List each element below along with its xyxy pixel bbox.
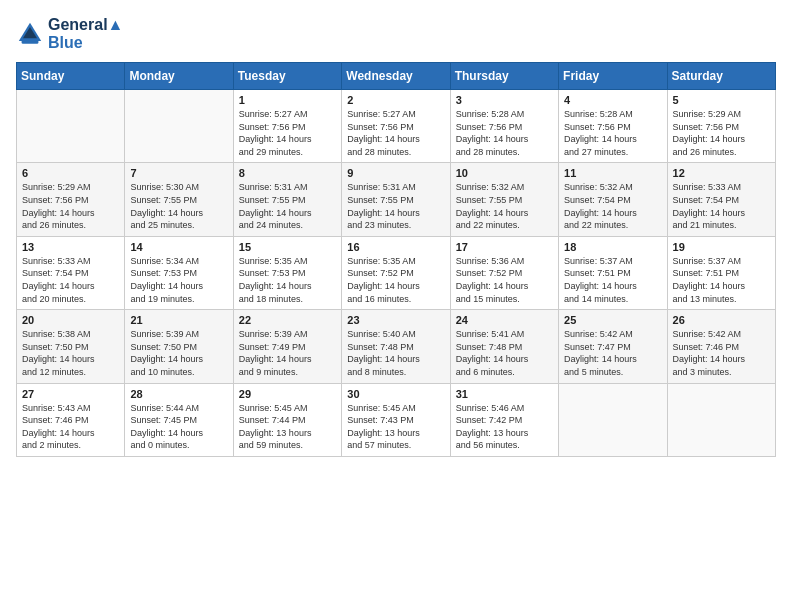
- calendar-cell: 11Sunrise: 5:32 AM Sunset: 7:54 PM Dayli…: [559, 163, 667, 236]
- svg-rect-2: [22, 40, 39, 44]
- day-info: Sunrise: 5:40 AM Sunset: 7:48 PM Dayligh…: [347, 328, 444, 378]
- day-number: 16: [347, 241, 444, 253]
- calendar-cell: 25Sunrise: 5:42 AM Sunset: 7:47 PM Dayli…: [559, 310, 667, 383]
- day-number: 12: [673, 167, 770, 179]
- calendar-week-5: 27Sunrise: 5:43 AM Sunset: 7:46 PM Dayli…: [17, 383, 776, 456]
- day-info: Sunrise: 5:33 AM Sunset: 7:54 PM Dayligh…: [673, 181, 770, 231]
- day-number: 26: [673, 314, 770, 326]
- calendar-cell: 16Sunrise: 5:35 AM Sunset: 7:52 PM Dayli…: [342, 236, 450, 309]
- calendar-cell: 30Sunrise: 5:45 AM Sunset: 7:43 PM Dayli…: [342, 383, 450, 456]
- day-number: 10: [456, 167, 553, 179]
- calendar-cell: 6Sunrise: 5:29 AM Sunset: 7:56 PM Daylig…: [17, 163, 125, 236]
- day-number: 17: [456, 241, 553, 253]
- day-info: Sunrise: 5:46 AM Sunset: 7:42 PM Dayligh…: [456, 402, 553, 452]
- day-info: Sunrise: 5:27 AM Sunset: 7:56 PM Dayligh…: [347, 108, 444, 158]
- day-info: Sunrise: 5:42 AM Sunset: 7:46 PM Dayligh…: [673, 328, 770, 378]
- calendar-cell: [667, 383, 775, 456]
- day-number: 3: [456, 94, 553, 106]
- calendar-cell: 22Sunrise: 5:39 AM Sunset: 7:49 PM Dayli…: [233, 310, 341, 383]
- day-info: Sunrise: 5:29 AM Sunset: 7:56 PM Dayligh…: [673, 108, 770, 158]
- calendar-cell: 14Sunrise: 5:34 AM Sunset: 7:53 PM Dayli…: [125, 236, 233, 309]
- day-number: 5: [673, 94, 770, 106]
- calendar-table: SundayMondayTuesdayWednesdayThursdayFrid…: [16, 62, 776, 457]
- day-number: 1: [239, 94, 336, 106]
- day-info: Sunrise: 5:36 AM Sunset: 7:52 PM Dayligh…: [456, 255, 553, 305]
- day-info: Sunrise: 5:38 AM Sunset: 7:50 PM Dayligh…: [22, 328, 119, 378]
- calendar-week-3: 13Sunrise: 5:33 AM Sunset: 7:54 PM Dayli…: [17, 236, 776, 309]
- logo-icon: [16, 20, 44, 48]
- day-number: 19: [673, 241, 770, 253]
- day-number: 29: [239, 388, 336, 400]
- day-info: Sunrise: 5:45 AM Sunset: 7:44 PM Dayligh…: [239, 402, 336, 452]
- day-info: Sunrise: 5:39 AM Sunset: 7:50 PM Dayligh…: [130, 328, 227, 378]
- day-number: 9: [347, 167, 444, 179]
- calendar-cell: [559, 383, 667, 456]
- calendar-cell: 27Sunrise: 5:43 AM Sunset: 7:46 PM Dayli…: [17, 383, 125, 456]
- day-info: Sunrise: 5:28 AM Sunset: 7:56 PM Dayligh…: [456, 108, 553, 158]
- weekday-header-wednesday: Wednesday: [342, 63, 450, 90]
- day-number: 11: [564, 167, 661, 179]
- weekday-header-sunday: Sunday: [17, 63, 125, 90]
- calendar-cell: 4Sunrise: 5:28 AM Sunset: 7:56 PM Daylig…: [559, 90, 667, 163]
- calendar-cell: 12Sunrise: 5:33 AM Sunset: 7:54 PM Dayli…: [667, 163, 775, 236]
- day-number: 4: [564, 94, 661, 106]
- calendar-cell: 7Sunrise: 5:30 AM Sunset: 7:55 PM Daylig…: [125, 163, 233, 236]
- day-number: 15: [239, 241, 336, 253]
- calendar-cell: 24Sunrise: 5:41 AM Sunset: 7:48 PM Dayli…: [450, 310, 558, 383]
- day-info: Sunrise: 5:41 AM Sunset: 7:48 PM Dayligh…: [456, 328, 553, 378]
- calendar-cell: 17Sunrise: 5:36 AM Sunset: 7:52 PM Dayli…: [450, 236, 558, 309]
- day-info: Sunrise: 5:31 AM Sunset: 7:55 PM Dayligh…: [239, 181, 336, 231]
- weekday-header-row: SundayMondayTuesdayWednesdayThursdayFrid…: [17, 63, 776, 90]
- day-number: 25: [564, 314, 661, 326]
- calendar-cell: 21Sunrise: 5:39 AM Sunset: 7:50 PM Dayli…: [125, 310, 233, 383]
- calendar-cell: 8Sunrise: 5:31 AM Sunset: 7:55 PM Daylig…: [233, 163, 341, 236]
- calendar-cell: 1Sunrise: 5:27 AM Sunset: 7:56 PM Daylig…: [233, 90, 341, 163]
- day-info: Sunrise: 5:43 AM Sunset: 7:46 PM Dayligh…: [22, 402, 119, 452]
- calendar-cell: 31Sunrise: 5:46 AM Sunset: 7:42 PM Dayli…: [450, 383, 558, 456]
- day-number: 7: [130, 167, 227, 179]
- day-number: 8: [239, 167, 336, 179]
- day-info: Sunrise: 5:29 AM Sunset: 7:56 PM Dayligh…: [22, 181, 119, 231]
- day-info: Sunrise: 5:37 AM Sunset: 7:51 PM Dayligh…: [673, 255, 770, 305]
- day-number: 31: [456, 388, 553, 400]
- day-info: Sunrise: 5:27 AM Sunset: 7:56 PM Dayligh…: [239, 108, 336, 158]
- day-number: 20: [22, 314, 119, 326]
- day-info: Sunrise: 5:42 AM Sunset: 7:47 PM Dayligh…: [564, 328, 661, 378]
- day-number: 30: [347, 388, 444, 400]
- day-info: Sunrise: 5:32 AM Sunset: 7:55 PM Dayligh…: [456, 181, 553, 231]
- day-info: Sunrise: 5:45 AM Sunset: 7:43 PM Dayligh…: [347, 402, 444, 452]
- day-number: 23: [347, 314, 444, 326]
- day-info: Sunrise: 5:28 AM Sunset: 7:56 PM Dayligh…: [564, 108, 661, 158]
- day-number: 28: [130, 388, 227, 400]
- day-info: Sunrise: 5:35 AM Sunset: 7:53 PM Dayligh…: [239, 255, 336, 305]
- day-info: Sunrise: 5:35 AM Sunset: 7:52 PM Dayligh…: [347, 255, 444, 305]
- calendar-cell: [125, 90, 233, 163]
- calendar-cell: [17, 90, 125, 163]
- calendar-week-4: 20Sunrise: 5:38 AM Sunset: 7:50 PM Dayli…: [17, 310, 776, 383]
- page-header: General▲ Blue: [16, 16, 776, 52]
- weekday-header-monday: Monday: [125, 63, 233, 90]
- day-number: 13: [22, 241, 119, 253]
- calendar-cell: 3Sunrise: 5:28 AM Sunset: 7:56 PM Daylig…: [450, 90, 558, 163]
- calendar-cell: 9Sunrise: 5:31 AM Sunset: 7:55 PM Daylig…: [342, 163, 450, 236]
- calendar-cell: 26Sunrise: 5:42 AM Sunset: 7:46 PM Dayli…: [667, 310, 775, 383]
- calendar-week-1: 1Sunrise: 5:27 AM Sunset: 7:56 PM Daylig…: [17, 90, 776, 163]
- day-number: 24: [456, 314, 553, 326]
- day-number: 21: [130, 314, 227, 326]
- calendar-cell: 2Sunrise: 5:27 AM Sunset: 7:56 PM Daylig…: [342, 90, 450, 163]
- calendar-cell: 18Sunrise: 5:37 AM Sunset: 7:51 PM Dayli…: [559, 236, 667, 309]
- weekday-header-saturday: Saturday: [667, 63, 775, 90]
- day-number: 18: [564, 241, 661, 253]
- day-number: 22: [239, 314, 336, 326]
- weekday-header-tuesday: Tuesday: [233, 63, 341, 90]
- day-info: Sunrise: 5:37 AM Sunset: 7:51 PM Dayligh…: [564, 255, 661, 305]
- calendar-cell: 13Sunrise: 5:33 AM Sunset: 7:54 PM Dayli…: [17, 236, 125, 309]
- calendar-cell: 29Sunrise: 5:45 AM Sunset: 7:44 PM Dayli…: [233, 383, 341, 456]
- calendar-cell: 10Sunrise: 5:32 AM Sunset: 7:55 PM Dayli…: [450, 163, 558, 236]
- calendar-cell: 23Sunrise: 5:40 AM Sunset: 7:48 PM Dayli…: [342, 310, 450, 383]
- day-number: 6: [22, 167, 119, 179]
- calendar-week-2: 6Sunrise: 5:29 AM Sunset: 7:56 PM Daylig…: [17, 163, 776, 236]
- day-number: 27: [22, 388, 119, 400]
- day-info: Sunrise: 5:31 AM Sunset: 7:55 PM Dayligh…: [347, 181, 444, 231]
- day-info: Sunrise: 5:39 AM Sunset: 7:49 PM Dayligh…: [239, 328, 336, 378]
